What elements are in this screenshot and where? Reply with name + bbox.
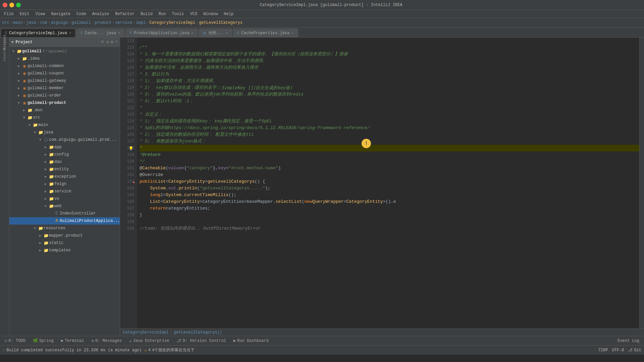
tab-close-icon[interactable]: ×: [118, 31, 120, 35]
tool-tab-terminal[interactable]: ▶ Terminal: [58, 337, 88, 345]
java-file-icon: C: [80, 31, 83, 35]
menu-window[interactable]: Window: [201, 11, 220, 17]
status-build-message[interactable]: ✓ Build completed successfully in 23.336…: [3, 348, 142, 353]
maximize-button[interactable]: [16, 3, 21, 7]
tree-item-vo[interactable]: ▶ 📁 vo: [9, 195, 120, 202]
bottom-nav-method[interactable]: getLevel1Categorys(): [174, 330, 222, 335]
project-gear-icon[interactable]: ⚙: [106, 40, 109, 45]
tree-item-mapper[interactable]: ▶ 📁 mapper.product: [9, 232, 120, 239]
tree-item-app[interactable]: ▶ 📁 app: [9, 143, 120, 151]
tab-cache-config[interactable]: C Cache... java ×: [76, 28, 124, 37]
tree-item-label: .mvn: [33, 108, 43, 113]
messages-label: 0: Messages: [95, 339, 122, 343]
tree-expand-arrow: ▶: [43, 153, 48, 157]
minimize-button[interactable]: [9, 3, 14, 7]
tree-item-config[interactable]: ▶ 📁 config: [9, 151, 120, 158]
crumb-src[interactable]: src: [2, 20, 9, 25]
tree-item-gulimall[interactable]: ▼ 📁 gulimall F:\gulimall: [9, 48, 120, 55]
tab-label: CategoryServiceImpl.java: [9, 31, 67, 36]
menu-navigate[interactable]: Navigate: [48, 11, 73, 17]
favorites-tool-button[interactable]: Favorites: [1, 48, 8, 54]
tree-item-package[interactable]: ▼ ⬡ com.atguigu.gulimall.prod...: [9, 136, 120, 143]
tab-cache-props[interactable]: C CacheProperties.java ×: [233, 28, 298, 37]
project-expand-icon[interactable]: ⊞: [111, 40, 113, 45]
tree-item-dao[interactable]: ▶ 📁 dao: [9, 158, 120, 166]
tool-tab-java-enterprise[interactable]: ☕ Java Enterprise: [126, 337, 172, 345]
editor-scrollbar[interactable]: [639, 38, 644, 328]
tree-item-gateway[interactable]: ▶ ▣ gulimall-gateway: [9, 77, 120, 84]
tool-tab-todo[interactable]: ☑ 6: TODO: [1, 337, 29, 345]
tab-guangming[interactable]: 光 光明... ×: [199, 28, 232, 37]
crumb-com[interactable]: com: [40, 20, 47, 25]
tree-item-templates[interactable]: ▶ 📁 templates: [9, 247, 120, 254]
tree-item-index-controller[interactable]: ▶ C IndexController: [9, 210, 120, 217]
crumb-atguigu[interactable]: atguigu: [51, 20, 68, 25]
close-button[interactable]: [3, 3, 7, 7]
tree-item-resources[interactable]: ▼ 📁 resources: [9, 225, 120, 232]
menu-edit[interactable]: Edit: [17, 11, 32, 17]
tree-item-coupon[interactable]: ▶ ▣ gulimall-coupon: [9, 70, 120, 77]
menu-run[interactable]: Run: [156, 11, 169, 17]
tool-tab-event-log[interactable]: Event Log: [614, 337, 643, 345]
status-position[interactable]: 720P: [598, 348, 608, 353]
tab-category-service-impl[interactable]: C CategoryServiceImpl.java ×: [1, 28, 75, 37]
project-panel-header: ▼ Project ⟳ ⚙ ⊞ ×: [9, 38, 120, 47]
line-number-gutter: 112 113 114 115 116 117 118 119 120 121 …: [120, 38, 137, 328]
menu-tools[interactable]: Tools: [169, 11, 187, 17]
menu-code[interactable]: Code: [74, 11, 89, 17]
menu-vcs[interactable]: VCS: [187, 11, 200, 17]
bottom-nav-class[interactable]: CategoryServiceImpl: [123, 330, 169, 335]
code-line-112: [140, 38, 639, 44]
crumb-class[interactable]: CategoryServiceImpl: [149, 20, 195, 25]
crumb-gulimall[interactable]: gulimall: [71, 20, 91, 25]
tree-item-idea[interactable]: ▶ 📁 .idea: [9, 55, 120, 62]
menu-view[interactable]: View: [33, 11, 48, 17]
tab-product-app[interactable]: P ProductApplication.java ×: [125, 28, 198, 37]
tree-expand-arrow: ▶: [16, 71, 21, 75]
tree-item-entity[interactable]: ▶ 📁 entity: [9, 166, 120, 173]
project-sync-icon[interactable]: ⟳: [101, 40, 104, 45]
crumb-method[interactable]: getLevel1Categorys: [199, 20, 243, 25]
menu-refactor[interactable]: Refactor: [112, 11, 137, 17]
window-controls[interactable]: [3, 3, 21, 7]
tab-close-icon[interactable]: ×: [69, 31, 71, 35]
status-encoding[interactable]: UTF-8: [612, 348, 624, 353]
tree-item-gulimall-product-app[interactable]: ▶ A GulimallProductApplica...: [9, 217, 120, 225]
tree-item-member[interactable]: ▶ ▣ gulimall-member: [9, 84, 120, 92]
crumb-java[interactable]: java: [26, 20, 36, 25]
tree-item-src[interactable]: ▼ 📁 src: [9, 114, 120, 121]
crumb-main[interactable]: main: [13, 20, 23, 25]
menu-file[interactable]: File: [1, 11, 16, 17]
crumb-service[interactable]: service: [115, 20, 132, 25]
tool-tab-version-control[interactable]: ⎇ 9: Version Control: [173, 337, 229, 345]
tree-item-mvn[interactable]: ▶ 📁 .mvn: [9, 107, 120, 114]
tree-item-exception[interactable]: ▶ 📁 exception: [9, 173, 120, 180]
tool-tab-spring[interactable]: 🌿 Spring: [30, 337, 57, 345]
menu-help[interactable]: Help: [221, 11, 236, 17]
crumb-impl[interactable]: impl: [136, 20, 146, 25]
code-editor[interactable]: 112 113 114 115 116 117 118 119 120 121 …: [120, 38, 644, 328]
crumb-product[interactable]: product: [95, 20, 111, 25]
tab-close-icon[interactable]: ×: [226, 31, 228, 35]
menu-analyze[interactable]: Analyze: [90, 11, 112, 17]
tab-close-icon[interactable]: ×: [291, 31, 294, 35]
tree-item-static[interactable]: ▶ 📁 static: [9, 239, 120, 247]
tree-item-product[interactable]: ▼ ▣ gulimall-product: [9, 99, 120, 107]
status-git[interactable]: ⎇ Git: [628, 348, 641, 353]
tree-item-main[interactable]: ▼ 📁 main: [9, 121, 120, 129]
tree-item-web[interactable]: ▼ 📁 web: [9, 202, 120, 210]
project-dropdown-icon[interactable]: ▼: [11, 40, 14, 44]
tool-tab-run-dashboard[interactable]: ▶ Run Dashboard: [230, 337, 272, 345]
code-line-124: * 1）、指定生成的缓存使用的key： key属性指定，接受一个SpEL: [140, 118, 639, 125]
project-close-icon[interactable]: ×: [115, 40, 118, 45]
tree-item-feign[interactable]: ▶ 📁 feign: [9, 180, 120, 188]
tree-item-label: gulimall: [22, 49, 42, 54]
tab-close-icon[interactable]: ×: [191, 31, 194, 35]
menu-build[interactable]: Build: [138, 11, 155, 17]
tree-item-service[interactable]: ▶ 📁 service: [9, 188, 120, 195]
status-warning[interactable]: ⚠ 4 4个朋友的弹幕在当当下: [145, 347, 195, 353]
tool-tab-messages[interactable]: ✉ 0: Messages: [88, 337, 125, 345]
tree-item-order[interactable]: ▶ ▣ gulimall-order: [9, 92, 120, 99]
tree-item-common[interactable]: ▶ ▣ gulimall-common: [9, 62, 120, 70]
tree-item-java[interactable]: ▼ 📁 java: [9, 129, 120, 136]
